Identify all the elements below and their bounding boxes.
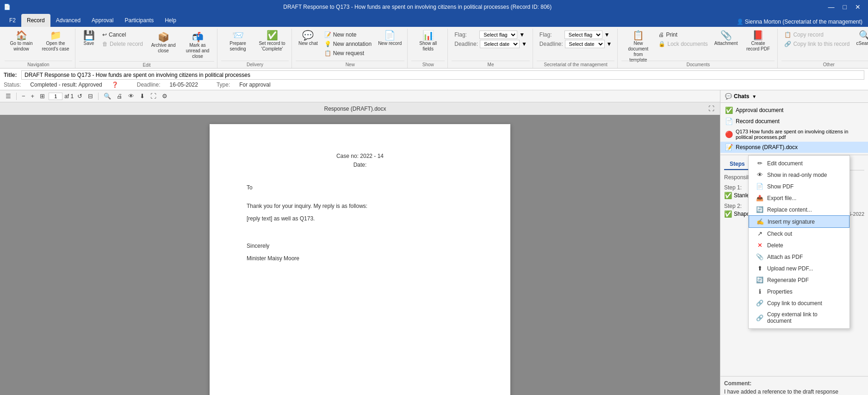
cm-upload-pdf[interactable]: ⬆ Upload new PDF...	[749, 263, 849, 274]
delete-record-button[interactable]: 🗑 Delete record	[99, 40, 146, 48]
cm-export-file[interactable]: 📤 Export file...	[749, 192, 849, 204]
page-number-input[interactable]	[49, 93, 62, 100]
cm-edit-document[interactable]: ✏ Edit document	[749, 157, 849, 169]
docx-icon: 📝	[725, 144, 733, 151]
cm-properties[interactable]: ℹ Properties	[749, 286, 849, 297]
open-records-case-button[interactable]: 📁 Open the record's case	[39, 29, 72, 58]
doc-search-btn[interactable]: 🔍	[102, 92, 113, 100]
prepare-sending-button[interactable]: 📨 Prepare sending	[221, 29, 254, 58]
chats-dropdown-icon[interactable]: ▼	[752, 94, 756, 99]
copy-link-button[interactable]: 🔗 Copy link to this record	[781, 40, 852, 48]
delete-icon: 🗑	[102, 41, 108, 47]
app-icon: 📄	[4, 4, 11, 10]
title-bar: 📄 DRAFT Response to Q173 - How funds are…	[0, 0, 868, 14]
new-chat-button[interactable]: 💬 New chat	[296, 29, 321, 58]
flag-label-me: Flag:	[454, 31, 477, 38]
list-item[interactable]: 🔴 Q173 How funds are spent on involving …	[720, 127, 868, 142]
cm-check-out[interactable]: ↗ Check out	[749, 228, 849, 239]
deadline-label-me: Deadline:	[454, 41, 478, 47]
tab-f2[interactable]: F2	[4, 14, 21, 27]
tab-approval[interactable]: Approval	[86, 14, 119, 27]
attachment-button[interactable]: 📎 Attachment	[712, 29, 741, 58]
save-button[interactable]: 💾 Save	[79, 29, 99, 58]
doc-split-btn[interactable]: ⊟	[86, 92, 95, 100]
doc-fit-btn[interactable]: ⊞	[38, 92, 47, 100]
cm-attach-pdf[interactable]: 📎 Attach as PDF	[749, 251, 849, 263]
attach-pdf-icon: 📎	[756, 253, 763, 260]
lock-documents-button[interactable]: 🔒 Lock documents	[656, 40, 710, 48]
to-line: To	[247, 183, 473, 192]
doc-view-btn[interactable]: 👁	[126, 92, 136, 100]
cm-show-pdf[interactable]: 📄 Show PDF	[749, 181, 849, 192]
new-document-template-button[interactable]: 📋 New document from template	[621, 29, 655, 58]
deadline-dropdown-sec[interactable]: ▼	[607, 41, 612, 47]
cancel-icon: ↩	[102, 31, 107, 38]
deadline-value: 16-05-2022	[169, 82, 198, 88]
deadline-select-me[interactable]: Select date	[480, 40, 520, 48]
flag-select-sec[interactable]: Select flag	[564, 31, 602, 39]
csearch-button[interactable]: 🔍 cSearch	[854, 29, 868, 58]
cancel-button[interactable]: ↩ Cancel	[99, 31, 146, 39]
create-record-pdf-button[interactable]: 📕 Create record PDF	[741, 29, 775, 58]
cm-replace-content[interactable]: 🔄 Replace content...	[749, 204, 849, 215]
page-of-label: af 1	[64, 93, 74, 100]
minimize-button[interactable]: —	[825, 2, 838, 12]
tab-record[interactable]: Record	[21, 14, 50, 27]
deadline-select-sec[interactable]: Select date	[565, 40, 605, 48]
doc-zoom-out-btn[interactable]: −	[20, 92, 27, 100]
doc-settings-btn[interactable]: ⚙	[160, 92, 169, 100]
cm-insert-signature[interactable]: ✍ Insert my signature	[749, 215, 849, 228]
status-help-icon[interactable]: ❓	[112, 82, 118, 88]
ribbon-group-secretariat: Flag: Select flag ▼ Deadline: Select dat…	[534, 29, 618, 68]
tab-help[interactable]: Help	[159, 14, 182, 27]
list-item[interactable]: 📝 Response (DRAFT).docx	[720, 142, 868, 153]
copy-record-button[interactable]: 📋 Copy record	[781, 31, 852, 39]
mark-unread-button[interactable]: 📬 Mark as unread and close	[181, 31, 214, 61]
attachment-label: Attachment	[714, 41, 738, 46]
new-request-button[interactable]: 📋 New request	[322, 49, 374, 57]
deadline-label: Deadline:	[137, 82, 161, 88]
doc-toolbar-list-btn[interactable]: ☰	[4, 92, 13, 100]
cm-copy-link-doc[interactable]: 🔗 Copy link to document	[749, 297, 849, 309]
ribbon-group-documents: 📋 New document from template 🖨 Print 🔒 L…	[619, 29, 778, 68]
upload-pdf-icon: ⬆	[756, 265, 763, 272]
cm-delete[interactable]: ✕ Delete	[749, 239, 849, 251]
ribbon-group-me: Flag: Select flag ▼ Deadline: Select dat…	[449, 29, 533, 68]
doc-fullscreen-btn[interactable]: ⛶	[707, 104, 716, 113]
flag-select-me[interactable]: Select flag	[479, 31, 517, 39]
deadline-dropdown-me[interactable]: ▼	[521, 41, 527, 47]
title-input[interactable]	[21, 70, 864, 80]
doc-print2-btn[interactable]: 🖨	[115, 92, 124, 100]
tab-participants[interactable]: Participants	[119, 14, 159, 27]
new-note-button[interactable]: 📝 New note	[322, 31, 374, 39]
archive-close-button[interactable]: 📦 Archive and close	[147, 31, 180, 56]
flag-dropdown-me[interactable]: ▼	[519, 31, 525, 38]
doc-expand-btn[interactable]: ⛶	[149, 92, 158, 100]
maximize-button[interactable]: □	[839, 2, 850, 12]
doc-download-btn[interactable]: ⬇	[138, 92, 147, 100]
flag-dropdown-sec[interactable]: ▼	[604, 31, 610, 38]
print-button[interactable]: 🖨 Print	[656, 31, 710, 39]
cm-show-readonly[interactable]: 👁 Show in read-only mode	[749, 169, 849, 181]
go-to-main-button[interactable]: 🏠 Go to main window	[5, 29, 38, 58]
cancel-label: Cancel	[109, 31, 126, 38]
tab-steps[interactable]: Steps	[724, 159, 750, 170]
cm-upload-pdf-label: Upload new PDF...	[767, 265, 813, 272]
new-record-button[interactable]: 📄 New record	[375, 29, 404, 58]
cm-copy-external-link[interactable]: 🔗 Copy external link to document	[749, 309, 849, 326]
doc-refresh-btn[interactable]: ↺	[75, 92, 84, 100]
doc-filename: Response (DRAFT).docx	[4, 106, 707, 112]
close-button[interactable]: ✕	[851, 2, 864, 12]
list-item[interactable]: ✅ Approval document	[720, 105, 868, 116]
cm-regenerate-pdf[interactable]: 🔄 Regenerate PDF	[749, 274, 849, 286]
list-item[interactable]: 📄 Record document	[720, 116, 868, 127]
doc-zoom-in-btn[interactable]: +	[29, 92, 37, 100]
set-record-complete-button[interactable]: ✅ Set record to 'Complete'	[255, 29, 289, 58]
comment-text: I have added a reference to the draft re…	[724, 389, 864, 395]
new-annotation-button[interactable]: 💡 New annotation	[322, 40, 374, 48]
cm-replace-label: Replace content...	[767, 207, 812, 213]
external-link-icon: 🔗	[756, 314, 763, 321]
document-list: ✅ Approval document 📄 Record document 🔴 …	[720, 103, 868, 155]
tab-advanced[interactable]: Advanced	[50, 14, 86, 27]
show-all-fields-button[interactable]: 📊 Show all fields	[411, 29, 445, 58]
